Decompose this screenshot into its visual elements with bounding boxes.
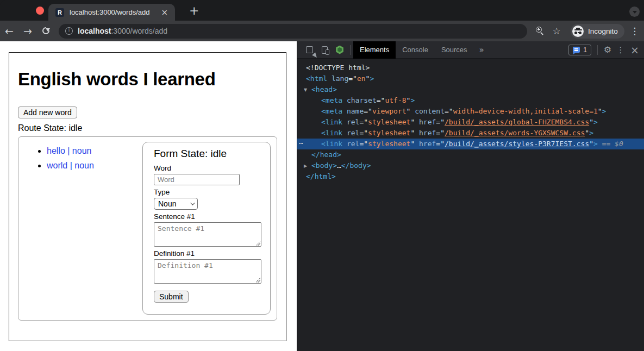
zoom-page-button[interactable] <box>532 26 548 36</box>
word-label: Word <box>154 164 260 172</box>
browser-tab[interactable]: R localhost:3000/words/add × <box>48 4 175 21</box>
code-segment: stylesheet <box>368 118 410 126</box>
code-segment: width=device-width,initial-scale=1 <box>453 107 598 115</box>
device-toolbar-button[interactable] <box>317 42 332 58</box>
devtools-tab-elements[interactable]: Elements <box>353 41 396 59</box>
issues-badge[interactable]: 1 <box>568 45 591 55</box>
code-segment: =" <box>436 129 445 137</box>
browser-menu-button[interactable]: ⋮ <box>627 26 643 36</box>
code-segment: <link <box>321 140 342 148</box>
code-line[interactable]: <link rel="stylesheet" href="/build/_ass… <box>297 128 644 139</box>
code-segment: =" <box>359 140 368 148</box>
back-button[interactable]: ← <box>0 25 18 37</box>
devtools-tab-sources[interactable]: Sources <box>435 41 474 59</box>
code-line[interactable]: <meta name="viewport" content="width=dev… <box>297 106 644 117</box>
forward-button[interactable]: → <box>18 25 37 37</box>
code-segment: " <box>407 107 415 115</box>
code-segment: " <box>585 129 589 137</box>
code-segment: =" <box>436 118 445 126</box>
code-segment: <!DOCTYPE html> <box>306 64 370 72</box>
browser-window: R localhost:3000/words/add × + ← → local… <box>0 0 644 351</box>
code-segment: charset <box>347 96 377 104</box>
code-segment: " <box>410 140 419 148</box>
code-line[interactable]: ▶<body>…</body> <box>297 160 644 171</box>
code-line[interactable]: <meta charset="utf-8"> <box>297 95 644 106</box>
code-line[interactable]: <html lang="en"> <box>297 73 644 84</box>
expand-arrow-icon[interactable]: ▼ <box>304 85 311 96</box>
word-link[interactable]: hello | noun <box>47 146 91 155</box>
devtools-panel: ElementsConsoleSources » 1 ⚙ ⋮ × <!DOCTY… <box>297 41 644 351</box>
type-select[interactable]: Noun <box>154 198 198 210</box>
sentence-textarea[interactable] <box>154 222 261 247</box>
words-panel: hello | nounworld | noun Form State: idl… <box>18 136 277 321</box>
code-segment: =" <box>359 118 368 126</box>
close-window-button[interactable] <box>36 7 44 15</box>
chevron-down-icon <box>633 11 637 14</box>
code-segment: <link <box>321 129 342 137</box>
address-bar[interactable]: localhost:3000/words/add <box>59 24 527 39</box>
url-text: localhost:3000/words/add <box>78 27 167 35</box>
code-segment <box>342 107 347 115</box>
code-segment: <meta <box>321 96 342 104</box>
code-segment: <head> <box>311 85 337 93</box>
code-segment: > <box>410 96 415 104</box>
code-line[interactable]: <link rel="stylesheet" href="/build/_ass… <box>297 117 644 128</box>
code-line[interactable]: </html> <box>297 171 644 182</box>
code-segment: … <box>337 161 341 170</box>
tab-close-icon[interactable]: × <box>159 8 170 17</box>
code-segment: =" <box>445 107 453 115</box>
code-segment: > <box>589 129 593 137</box>
code-segment: <html <box>306 74 327 83</box>
devtools-tab-console[interactable]: Console <box>396 41 435 59</box>
node-extension-button[interactable] <box>332 42 347 58</box>
settings-gear-icon[interactable]: ⚙ <box>601 45 615 55</box>
code-segment: > <box>602 107 607 115</box>
tab-strip: R localhost:3000/words/add × + <box>0 0 644 21</box>
tab-search-button[interactable] <box>629 7 640 17</box>
code-segment: content <box>415 107 445 115</box>
devtools-close-icon[interactable]: × <box>627 44 643 56</box>
code-segment: viewport <box>372 107 407 115</box>
browser-toolbar: ← → localhost:3000/words/add ☆ Incognito… <box>0 21 644 41</box>
definition-textarea[interactable] <box>154 259 261 284</box>
collapse-arrow-icon[interactable]: ▶ <box>304 161 311 172</box>
page-title: English words I learned <box>18 69 277 90</box>
type-select-value: Noun <box>158 199 176 208</box>
code-segment <box>342 96 347 104</box>
code-segment: stylesheet <box>368 129 410 137</box>
bookmark-star-icon[interactable]: ☆ <box>548 26 565 36</box>
sentence-label: Sentence #1 <box>154 212 260 221</box>
code-segment: <meta <box>321 107 342 115</box>
code-line[interactable]: </head> <box>297 149 644 160</box>
word-list: hello | nounworld | noun <box>18 146 94 175</box>
reload-button[interactable] <box>37 26 55 36</box>
more-tabs-button[interactable]: » <box>479 45 484 55</box>
code-line[interactable]: …<link rel="stylesheet" href="/build/_as… <box>297 139 644 149</box>
code-segment: =" <box>364 107 372 115</box>
code-segment: =" <box>359 129 368 137</box>
code-segment <box>342 140 347 148</box>
code-line[interactable]: ▼<head> <box>297 84 644 95</box>
code-segment: " <box>589 140 593 148</box>
submit-button[interactable]: Submit <box>154 291 189 303</box>
word-input[interactable] <box>154 174 240 185</box>
add-new-word-button[interactable]: Add new word <box>18 106 77 118</box>
incognito-icon <box>572 26 584 37</box>
message-bubble-icon <box>573 47 580 53</box>
devtools-menu-button[interactable]: ⋮ <box>615 45 627 55</box>
word-list-item: world | noun <box>47 161 94 171</box>
code-segment: href <box>419 118 436 126</box>
page-viewport: English words I learned Add new word Rou… <box>0 41 297 351</box>
route-state-text: Route State: idle <box>18 123 277 133</box>
code-line[interactable]: <!DOCTYPE html> <box>297 62 644 73</box>
code-segment: en <box>357 74 366 83</box>
new-tab-button[interactable]: + <box>186 3 202 18</box>
incognito-badge: Incognito <box>571 24 624 39</box>
code-segment: rel <box>347 129 359 137</box>
info-icon[interactable] <box>65 27 73 35</box>
code-segment: /build/_assets/styles-P3R7IEST.css <box>445 140 589 148</box>
word-list-item: hello | noun <box>47 146 94 156</box>
line-gutter-ellipsis[interactable]: … <box>299 136 303 147</box>
inspect-element-button[interactable] <box>302 42 317 58</box>
word-link[interactable]: world | noun <box>47 161 94 170</box>
